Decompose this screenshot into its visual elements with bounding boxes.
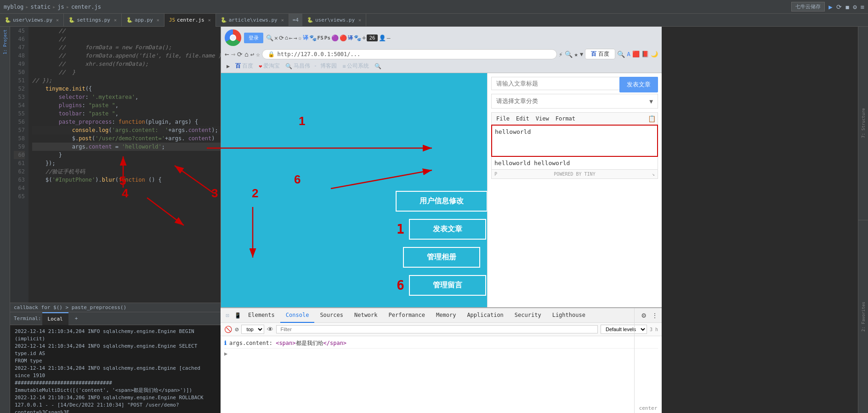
console-arrow[interactable]: ▶ bbox=[224, 349, 227, 359]
plus-icon[interactable]: + bbox=[362, 34, 366, 41]
bookmark-baidu[interactable]: 百 百度 bbox=[235, 62, 253, 70]
debug-icon[interactable]: ⚙ bbox=[853, 3, 857, 11]
nav-home[interactable]: ⌂ bbox=[244, 51, 248, 58]
tab-group[interactable]: =4 bbox=[289, 14, 302, 27]
profile-icon[interactable]: 👤 bbox=[379, 34, 386, 41]
devtools-tab-memory[interactable]: Memory bbox=[431, 308, 461, 323]
devtools-tab-console[interactable]: Console bbox=[280, 308, 315, 323]
devtools-filter-input[interactable] bbox=[276, 325, 598, 333]
fs-icon[interactable]: FS bbox=[318, 35, 323, 41]
tab-app[interactable]: 🐍 app.py ✕ bbox=[122, 14, 165, 27]
minimize-icon[interactable]: — bbox=[387, 34, 391, 41]
photo-album-button[interactable]: 管理相册 bbox=[403, 247, 480, 268]
close-icon[interactable]: ✕ bbox=[274, 34, 278, 41]
devtools-tab-sources[interactable]: Sources bbox=[314, 308, 349, 323]
baidu-icon[interactable]: 🐾 bbox=[309, 34, 317, 41]
breadcrumb-static[interactable]: static bbox=[31, 4, 51, 10]
devtools-tab-performance[interactable]: Performance bbox=[383, 308, 431, 323]
run-icon[interactable]: ▶ bbox=[828, 3, 832, 11]
code-scroll: 4546474849 5051525354 5556575859 606162 … bbox=[10, 27, 221, 303]
article-category-select[interactable]: 请选择文章分类 ▼ bbox=[491, 94, 658, 109]
tab-close-icon[interactable]: ✕ bbox=[358, 17, 361, 23]
tab-close-icon[interactable]: ✕ bbox=[114, 17, 117, 23]
tab-user-views2[interactable]: 🐍 user\views.py ✕ bbox=[302, 14, 366, 27]
nav-refresh[interactable]: ⟳ bbox=[237, 51, 243, 58]
bookmark-extra[interactable]: 🔍 bbox=[374, 63, 381, 69]
star-icon[interactable]: ★ bbox=[574, 51, 578, 58]
submit-button[interactable]: 发表文章 bbox=[619, 77, 658, 92]
tab-close-icon[interactable]: ✕ bbox=[208, 17, 211, 23]
devtools-tab-network[interactable]: Network bbox=[349, 308, 383, 323]
bookmark-taobao[interactable]: ❤ 爱淘宝 bbox=[259, 62, 280, 70]
bookmarks-arrow[interactable]: ▶ bbox=[227, 63, 230, 69]
devtools-tab-lighthouse[interactable]: Lighthouse bbox=[547, 308, 591, 323]
tab-close-icon[interactable]: ✕ bbox=[56, 17, 59, 23]
eye-icon[interactable]: 👁 bbox=[267, 326, 273, 333]
bookmark-icon[interactable]: ☆ bbox=[298, 34, 302, 41]
nav-star[interactable]: ☆ bbox=[256, 51, 260, 58]
translate-icon[interactable]: 译 bbox=[303, 34, 308, 42]
edit-menu[interactable]: Edit bbox=[513, 115, 532, 123]
breadcrumb-myblog[interactable]: myblog bbox=[4, 4, 23, 10]
translate2-icon[interactable]: 译 bbox=[348, 34, 353, 41]
devtools-inspector-icon[interactable]: ⊡ bbox=[222, 310, 233, 321]
storage-button[interactable]: 七牛云储存 bbox=[791, 2, 825, 11]
filter-icon[interactable]: ⊘ bbox=[235, 326, 238, 333]
tab-settings[interactable]: 🐍 settings.py ✕ bbox=[64, 14, 122, 27]
user-info-button[interactable]: 用户信息修改 bbox=[396, 191, 488, 212]
ext5-icon[interactable]: 📕 bbox=[641, 51, 649, 57]
top-context-select[interactable]: top bbox=[241, 325, 264, 334]
project-label[interactable]: 1: Project bbox=[3, 29, 7, 54]
search-icon[interactable]: 🔍 bbox=[266, 34, 273, 41]
back-icon[interactable]: ← bbox=[289, 34, 293, 41]
browser-login-button[interactable]: 登录 bbox=[244, 33, 263, 43]
terminal-panel: Terminal: Local + 2022-12-14 21:10:34,20… bbox=[10, 312, 221, 413]
search2-icon[interactable]: 🔍 bbox=[617, 51, 625, 58]
refresh-icon[interactable]: ⟳ bbox=[279, 34, 284, 41]
devtools-tab-application[interactable]: Application bbox=[461, 308, 509, 323]
tab-close-icon[interactable]: ✕ bbox=[157, 17, 159, 23]
copy-icon[interactable]: 📋 bbox=[648, 115, 656, 122]
tinymce-editor[interactable]: helloworld bbox=[491, 125, 658, 157]
baidu-search[interactable]: 百 百度 bbox=[585, 49, 615, 59]
nav-forward[interactable]: → bbox=[231, 50, 236, 58]
zoom-icon[interactable]: 🔍 bbox=[565, 51, 573, 58]
bookmark-blog[interactable]: 🔍 马昌伟 - 博客园 bbox=[285, 62, 337, 70]
view-menu[interactable]: View bbox=[533, 115, 552, 123]
dropdown-icon[interactable]: ▼ bbox=[580, 51, 583, 57]
publish-article-button[interactable]: 发表文章 bbox=[409, 219, 486, 240]
forward-icon[interactable]: → bbox=[294, 34, 297, 41]
manage-comments-button[interactable]: 管理留言 bbox=[409, 275, 486, 296]
nav-back[interactable]: ← bbox=[225, 50, 229, 58]
terminal-local-tab[interactable]: Local bbox=[42, 312, 68, 325]
ext2-icon[interactable]: 🔴 bbox=[340, 34, 347, 41]
tab-article-views[interactable]: 🐍 article\views.py ✕ bbox=[216, 14, 289, 27]
tab-user-views[interactable]: 🐍 user\views.py ✕ bbox=[0, 14, 64, 27]
breadcrumb-js[interactable]: js bbox=[57, 4, 64, 10]
tab-center-js[interactable]: JS center.js ✕ bbox=[165, 14, 216, 27]
file-menu[interactable]: File bbox=[494, 115, 512, 123]
devtools-tab-security[interactable]: Security bbox=[509, 308, 547, 323]
home-icon[interactable]: ⌂ bbox=[285, 34, 288, 41]
ext3-icon[interactable]: A bbox=[627, 51, 630, 57]
ps-icon[interactable]: Ps bbox=[324, 35, 330, 41]
bookmark-company[interactable]: ≡ 公司系统 bbox=[342, 62, 369, 70]
ext4-icon[interactable]: 🟥 bbox=[632, 51, 640, 57]
lightning-icon[interactable]: ⚡ bbox=[559, 51, 562, 58]
clear-console-icon[interactable]: 🚫 bbox=[224, 326, 232, 333]
url-bar[interactable]: 🔒 http://127.0.0.1:5001/... bbox=[262, 49, 557, 59]
devtools-mobile-icon[interactable]: 📱 bbox=[233, 310, 243, 321]
format-menu[interactable]: Format bbox=[553, 115, 578, 123]
tab-close-icon[interactable]: ✕ bbox=[281, 17, 284, 23]
ext1-icon[interactable]: 🟣 bbox=[331, 34, 339, 41]
terminal-add-tab[interactable]: + bbox=[69, 312, 84, 325]
nav-back2[interactable]: ↩ bbox=[250, 51, 254, 58]
baidu2-icon[interactable]: 🐾 bbox=[354, 34, 361, 41]
breadcrumb-file[interactable]: center.js bbox=[71, 4, 101, 10]
menu-icon[interactable]: ≡ bbox=[861, 3, 864, 11]
resize-handle[interactable]: ↘ bbox=[652, 172, 655, 177]
stop-icon[interactable]: ◼ bbox=[845, 3, 849, 11]
reload-icon[interactable]: ⟳ bbox=[836, 3, 842, 11]
devtools-tab-elements[interactable]: Elements bbox=[243, 308, 280, 323]
nightmode-icon[interactable]: 🌙 bbox=[651, 51, 658, 57]
